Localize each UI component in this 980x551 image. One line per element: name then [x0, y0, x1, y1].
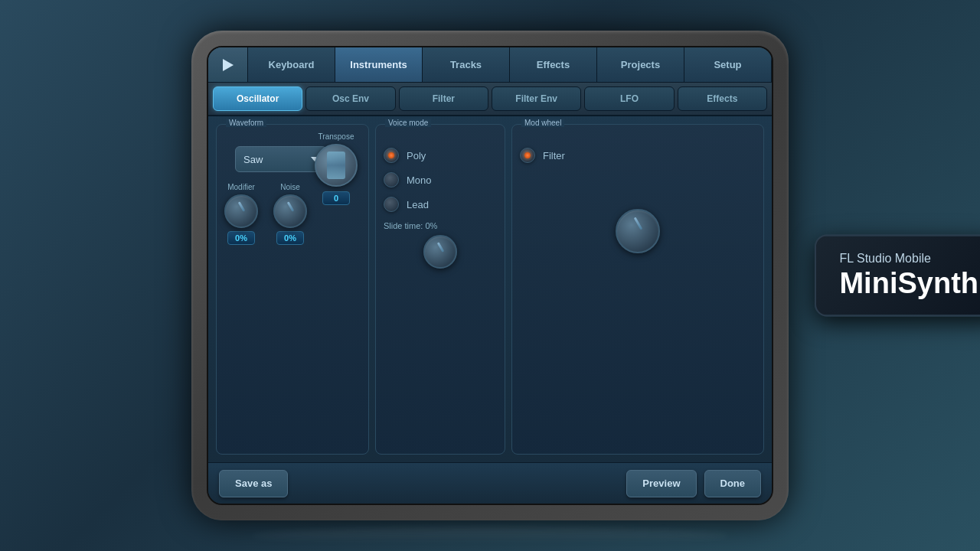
play-button[interactable]: [208, 47, 248, 82]
top-nav: Keyboard Instruments Tracks Effects Proj…: [208, 47, 772, 83]
modifier-label: Modifier: [227, 183, 255, 191]
nav-tab-setup[interactable]: Setup: [684, 47, 772, 82]
noise-knob[interactable]: [273, 194, 307, 228]
modifier-container: Modifier 0%: [224, 183, 258, 245]
main-content: Waveform Saw Transpose 0 Modifier: [208, 116, 772, 462]
voice-mono-option[interactable]: Mono: [384, 172, 497, 187]
poly-radio[interactable]: [384, 148, 399, 163]
transpose-label: Transpose: [318, 132, 354, 141]
nav-tab-instruments[interactable]: Instruments: [335, 47, 423, 82]
tablet-screen: Keyboard Instruments Tracks Effects Proj…: [207, 46, 773, 505]
nav-tab-tracks[interactable]: Tracks: [423, 47, 510, 82]
mod-wheel-knob[interactable]: [616, 209, 660, 253]
noise-container: Noise 0%: [273, 183, 307, 245]
noise-label: Noise: [280, 183, 300, 191]
tablet-frame: Keyboard Instruments Tracks Effects Proj…: [191, 31, 789, 520]
overlay-title: FL Studio Mobile: [839, 252, 978, 266]
mono-label: Mono: [407, 174, 432, 186]
transpose-knob[interactable]: [315, 144, 358, 187]
poly-label: Poly: [407, 150, 426, 161]
waveform-label: Waveform: [226, 119, 266, 127]
voice-mode-panel: Voice mode Poly Mono Lead Slide: [375, 124, 505, 455]
slide-time-knob-container: [384, 235, 497, 269]
mod-filter-option[interactable]: Filter: [520, 148, 756, 163]
overlay-name: MiniSynth: [839, 267, 978, 300]
sub-tab-osc-env[interactable]: Osc Env: [305, 86, 395, 111]
transpose-area: Transpose 0: [315, 132, 358, 205]
modifier-value[interactable]: 0%: [227, 231, 255, 245]
save-as-button[interactable]: Save as: [219, 470, 288, 497]
mod-filter-label: Filter: [543, 150, 565, 161]
sub-tab-filter[interactable]: Filter: [399, 86, 488, 111]
preview-button[interactable]: Preview: [626, 470, 696, 497]
done-button[interactable]: Done: [704, 470, 762, 497]
mod-wheel-label: Mod wheel: [521, 119, 564, 127]
sub-tab-lfo[interactable]: LFO: [584, 86, 674, 111]
voice-mode-label: Voice mode: [385, 119, 431, 127]
sub-tab-filter-env[interactable]: Filter Env: [492, 86, 581, 111]
tablet-reflection: [251, 528, 729, 543]
mod-wheel-panel: Mod wheel Filter: [511, 124, 764, 455]
sub-tab-effects[interactable]: Effects: [678, 86, 767, 111]
nav-tab-keyboard[interactable]: Keyboard: [248, 47, 335, 82]
slide-time-knob[interactable]: [423, 235, 457, 269]
slide-time-label: Slide time: 0%: [384, 221, 497, 230]
transpose-value[interactable]: 0: [322, 191, 350, 205]
sub-nav: Oscillator Osc Env Filter Filter Env LFO…: [208, 83, 772, 116]
nav-tab-effects[interactable]: Effects: [510, 47, 597, 82]
voice-lead-option[interactable]: Lead: [384, 197, 497, 212]
voice-poly-option[interactable]: Poly: [384, 148, 497, 163]
lead-radio[interactable]: [384, 197, 399, 212]
lead-label: Lead: [407, 199, 429, 210]
nav-tab-projects[interactable]: Projects: [597, 47, 684, 82]
mono-radio[interactable]: [384, 172, 399, 187]
waveform-dropdown[interactable]: Saw: [235, 146, 327, 172]
bottom-bar: Save as Preview Done: [208, 462, 772, 504]
sub-tab-oscillator[interactable]: Oscillator: [213, 86, 302, 111]
noise-value[interactable]: 0%: [276, 231, 304, 245]
waveform-panel: Waveform Saw Transpose 0 Modifier: [216, 124, 369, 455]
mod-filter-radio[interactable]: [520, 148, 535, 163]
waveform-selected: Saw: [243, 154, 263, 165]
overlay-tooltip: FL Studio Mobile MiniSynth: [815, 235, 980, 317]
right-buttons: Preview Done: [626, 470, 761, 497]
modifier-knob[interactable]: [224, 194, 258, 228]
